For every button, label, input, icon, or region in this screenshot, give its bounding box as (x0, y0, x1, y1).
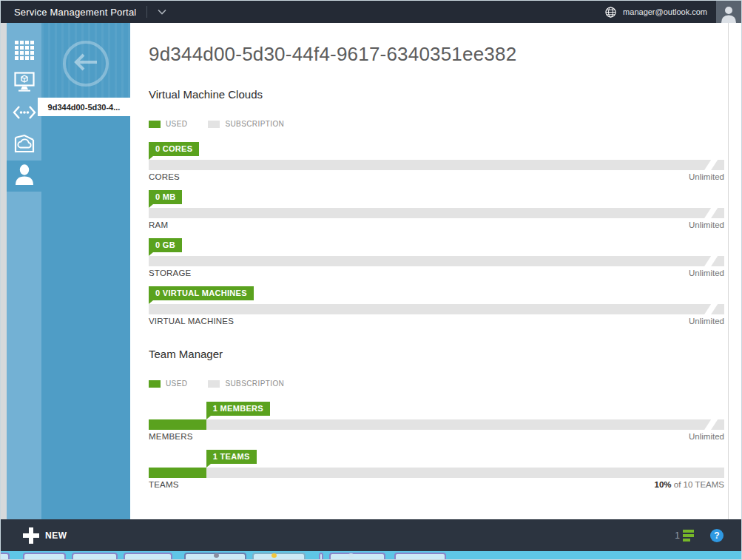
plus-icon (23, 527, 39, 544)
sidebar (7, 23, 41, 519)
subscription-label: SUBSCRIPTION (225, 379, 284, 388)
scroll-gutter[interactable] (728, 23, 741, 519)
used-swatch (149, 121, 161, 128)
quota-bar (149, 256, 724, 266)
desktop-icon (271, 553, 277, 558)
window-peek (124, 553, 172, 559)
left-edge-strip (1, 23, 7, 519)
grid-icon (15, 41, 34, 63)
quota-row-cores: 0 CORES CORES Unlimited (149, 142, 723, 181)
back-button[interactable] (63, 41, 109, 87)
used-swatch (149, 380, 161, 388)
desktop-icon (348, 553, 354, 558)
window-peek (329, 553, 385, 559)
quota-limit: Unlimited (689, 269, 724, 277)
section-heading-team-manager: Team Manager (149, 348, 723, 360)
main-content: 9d344d00-5d30-44f4-9617-6340351ee382 Vir… (130, 23, 728, 519)
avatar[interactable] (716, 1, 741, 23)
quota-label: STORAGE (149, 269, 191, 277)
subscription-swatch (208, 380, 220, 388)
notifications-button[interactable]: 1 (675, 529, 694, 542)
used-label: USED (166, 120, 187, 128)
cloud-box-icon (14, 134, 35, 156)
quota-rows: 0 CORES CORES Unlimited 0 MB (149, 142, 723, 325)
quota-label: TEAMS (149, 480, 179, 489)
used-label: USED (166, 379, 187, 388)
legend: USED SUBSCRIPTION (149, 379, 723, 388)
unlimited-slash (703, 256, 719, 266)
quota-badge: 0 CORES (149, 142, 199, 156)
quota-limit: 10% of 10 TEAMS (655, 480, 724, 489)
item-list-panel: 9d344d00-5d30-4... (41, 23, 130, 519)
quota-badge: 1 TEAMS (206, 450, 257, 464)
section-heading-vm-clouds: Virtual Machine Clouds (149, 88, 723, 101)
app-title: Service Management Portal (14, 7, 136, 18)
service-management-portal-window: Service Management Portal manager@outloo… (0, 0, 742, 560)
quota-label: CORES (149, 172, 180, 181)
window-peek (23, 553, 66, 559)
divider (146, 6, 147, 18)
back-arrow-icon (73, 53, 98, 74)
help-circle-icon: ? (714, 530, 719, 541)
list-item-label: 9d344d00-5d30-4... (48, 103, 121, 112)
quota-row-virtual-machines: 0 VIRTUAL MACHINES VIRTUAL MACHINES Unli… (149, 286, 723, 325)
unlimited-slash (703, 304, 719, 314)
quota-label: MEMBERS (149, 432, 193, 441)
desktop-icon (214, 553, 219, 558)
code-brackets-icon (13, 105, 36, 123)
subscription-swatch (208, 121, 220, 128)
quota-bar (149, 208, 724, 218)
quota-label: VIRTUAL MACHINES (149, 317, 234, 325)
quota-limit: Unlimited (689, 432, 724, 441)
new-button[interactable]: NEW (23, 519, 67, 551)
new-button-label: NEW (45, 530, 67, 541)
quota-row-members: 1 MEMBERS MEMBERS Unlimited (149, 402, 723, 441)
user-icon (15, 164, 34, 188)
help-button[interactable]: ? (710, 529, 724, 542)
unlimited-slash (703, 160, 719, 170)
quota-bar (149, 304, 724, 314)
notification-count: 1 (675, 530, 680, 541)
page-title: 9d344d00-5d30-44f4-9617-6340351ee382 (149, 43, 723, 66)
top-bar: Service Management Portal manager@outloo… (1, 1, 741, 23)
quota-limit: Unlimited (689, 317, 724, 325)
quota-label: RAM (149, 220, 168, 229)
quota-limit: Unlimited (689, 172, 724, 181)
chevron-down-icon[interactable] (153, 6, 171, 18)
window-peek (319, 553, 323, 559)
quota-row-storage: 0 GB STORAGE Unlimited (149, 238, 723, 277)
command-bar: NEW 1 ? (1, 519, 741, 551)
quota-badge: 1 MEMBERS (206, 402, 270, 416)
user-email[interactable]: manager@outlook.com (623, 7, 707, 16)
list-item-selected[interactable]: 9d344d00-5d30-4... (38, 98, 130, 116)
green-list-icon (683, 529, 694, 542)
quota-badge: 0 VIRTUAL MACHINES (149, 286, 254, 300)
sidebar-item-user-accounts[interactable] (7, 161, 41, 192)
globe-icon (605, 7, 616, 18)
unlimited-slash (703, 419, 719, 430)
quota-badge: 0 GB (149, 238, 182, 252)
window-peek (72, 553, 118, 559)
quota-bar (149, 468, 724, 478)
quota-bar (149, 419, 724, 430)
quota-limit: Unlimited (689, 220, 724, 229)
quota-badge: 0 MB (149, 190, 182, 204)
legend: USED SUBSCRIPTION (149, 120, 723, 128)
sidebar-item-virtual-machines[interactable] (7, 67, 41, 98)
vm-monitor-icon (14, 72, 35, 95)
subscription-label: SUBSCRIPTION (225, 120, 284, 128)
window-peek (252, 553, 306, 559)
quota-row-teams: 1 TEAMS TEAMS 10% of 10 TEAMS (149, 450, 723, 489)
sidebar-item-service-bus[interactable] (7, 98, 41, 129)
unlimited-slash (703, 208, 719, 218)
window-peek (394, 553, 446, 559)
quota-bar (149, 160, 724, 170)
desktop-taskbar-strip (1, 551, 741, 559)
sidebar-item-clouds[interactable] (7, 129, 41, 161)
sidebar-item-all-items[interactable] (7, 36, 41, 67)
quota-rows: 1 MEMBERS MEMBERS Unlimited 1 TEAMS (149, 402, 723, 489)
app-body: 9d344d00-5d30-4... 9d344d00-5d30-44f4-96… (1, 23, 741, 519)
quota-row-ram: 0 MB RAM Unlimited (149, 190, 723, 229)
window-peek (1, 553, 10, 559)
